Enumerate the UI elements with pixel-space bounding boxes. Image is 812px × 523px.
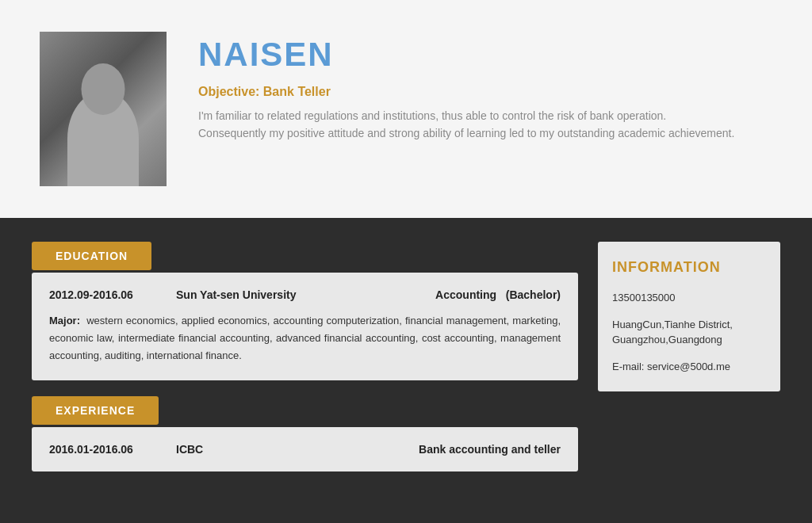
objective-line2: Consequently my positive attitude and st…: [198, 127, 734, 139]
major-content: western economics, applied economics, ac…: [49, 315, 561, 361]
edu-field: Accounting: [435, 288, 496, 301]
education-card: 2012.09-2016.06 Sun Yat-sen University A…: [32, 273, 578, 380]
info-address: HuangCun,Tianhe District, Guangzhou,Guan…: [612, 317, 766, 348]
experience-tag: EXPERIENCE: [32, 396, 159, 425]
info-title: INFORMATION: [612, 259, 766, 276]
education-tag: EDUCATION: [32, 242, 151, 270]
candidate-name: NAISEN: [198, 36, 772, 74]
main-column: EDUCATION 2012.09-2016.06 Sun Yat-sen Un…: [32, 242, 578, 511]
experience-card: 2016.01-2016.06 ICBC Bank accounting and…: [32, 427, 578, 471]
experience-section-header: EXPERIENCE: [32, 396, 578, 425]
experience-row: 2016.01-2016.06 ICBC Bank accounting and…: [49, 443, 561, 456]
objective-text: I'm familiar to related regulations and …: [198, 107, 737, 143]
info-phone: 13500135000: [612, 290, 766, 306]
major-text: Major: western economics, applied econom…: [49, 312, 561, 365]
edu-degree-label: (Bachelor): [506, 288, 561, 301]
header-content: NAISEN Objective: Bank Teller I'm famili…: [198, 32, 772, 143]
info-card: INFORMATION 13500135000 HuangCun,Tianhe …: [598, 242, 780, 391]
info-email: E-mail: service@500d.me: [612, 359, 766, 375]
objective-line1: I'm familiar to related regulations and …: [198, 109, 666, 122]
side-column: INFORMATION 13500135000 HuangCun,Tianhe …: [598, 242, 780, 511]
exp-company: ICBC: [176, 443, 395, 456]
edu-date: 2012.09-2016.06: [49, 288, 152, 301]
resume-body: EDUCATION 2012.09-2016.06 Sun Yat-sen Un…: [0, 218, 812, 523]
exp-role: Bank accounting and teller: [419, 443, 561, 456]
education-section-header: EDUCATION: [32, 242, 578, 270]
objective-label: Objective: Bank Teller: [198, 85, 772, 99]
major-label: Major:: [49, 315, 80, 326]
resume-header: NAISEN Objective: Bank Teller I'm famili…: [0, 0, 812, 218]
edu-university: Sun Yat-sen University: [176, 288, 412, 301]
exp-date: 2016.01-2016.06: [49, 443, 152, 456]
education-row: 2012.09-2016.06 Sun Yat-sen University A…: [49, 288, 561, 301]
edu-degree: Accounting (Bachelor): [435, 288, 561, 301]
avatar: [40, 32, 167, 186]
profile-photo: [40, 32, 167, 186]
